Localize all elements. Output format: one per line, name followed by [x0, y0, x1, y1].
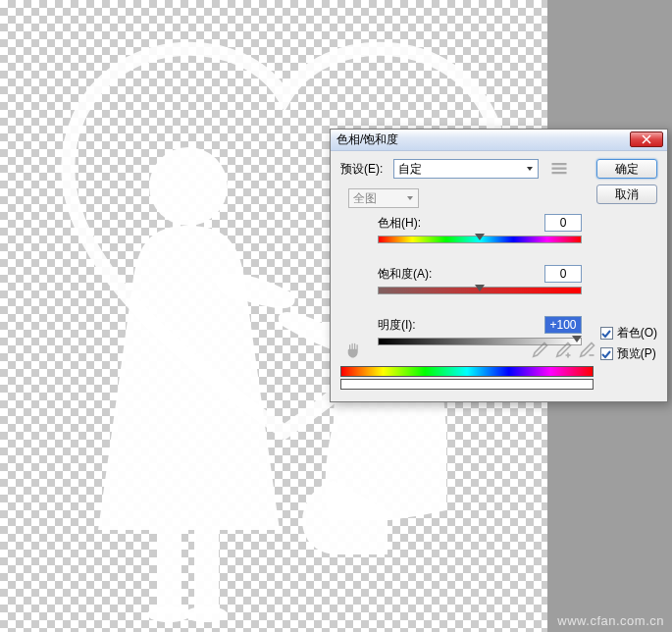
edit-range-dropdown[interactable]: 全图 — [348, 188, 419, 208]
dialog-body: 预设(E): 自定 确定 取消 全图 色相(H): 0 — [331, 151, 667, 401]
preset-label: 预设(E): — [340, 161, 389, 178]
dialog-title: 色相/饱和度 — [336, 132, 398, 148]
ok-button[interactable]: 确定 — [596, 159, 657, 179]
spectrum-result — [340, 379, 594, 390]
saturation-slider[interactable] — [378, 287, 582, 298]
saturation-slider-thumb[interactable] — [475, 285, 485, 291]
close-icon — [642, 134, 651, 144]
scrubby-hand-icon[interactable] — [344, 341, 364, 360]
hue-slider-row: 色相(H): 0 — [378, 214, 582, 247]
svg-rect-6 — [552, 168, 567, 170]
preset-dropdown[interactable]: 自定 — [393, 159, 539, 179]
spectrum-source — [340, 366, 594, 377]
edit-range-value: 全图 — [353, 190, 377, 207]
preview-label: 预览(P) — [617, 345, 656, 362]
colorize-checkbox[interactable] — [600, 327, 613, 340]
saturation-input[interactable]: 0 — [544, 265, 582, 283]
cancel-button[interactable]: 取消 — [596, 184, 657, 204]
preset-value: 自定 — [398, 161, 422, 178]
spectrum-strip — [340, 366, 594, 394]
hue-slider[interactable] — [378, 236, 582, 247]
lightness-label: 明度(I): — [378, 317, 416, 334]
hue-input[interactable]: 0 — [544, 214, 582, 232]
preview-checkbox[interactable] — [600, 347, 613, 360]
saturation-label: 饱和度(A): — [378, 266, 432, 283]
hue-saturation-dialog: 色相/饱和度 预设(E): 自定 确定 取消 全图 — [330, 129, 668, 402]
dialog-titlebar[interactable]: 色相/饱和度 — [331, 130, 667, 151]
eyedropper-icon[interactable] — [530, 341, 549, 360]
eyedropper-group — [530, 341, 596, 360]
chevron-down-icon — [406, 191, 414, 205]
checkbox-group: 着色(O) 预览(P) — [600, 321, 657, 362]
svg-rect-5 — [552, 163, 567, 165]
eyedropper-minus-icon[interactable] — [577, 341, 596, 360]
lightness-input[interactable]: +100 — [544, 316, 582, 334]
saturation-slider-row: 饱和度(A): 0 — [378, 265, 582, 298]
watermark: www.cfan.com.cn — [557, 613, 664, 628]
colorize-row: 着色(O) — [600, 325, 657, 342]
close-button[interactable] — [630, 132, 663, 147]
preset-menu-icon[interactable] — [550, 160, 568, 178]
hue-slider-thumb[interactable] — [475, 234, 485, 240]
preview-row: 预览(P) — [600, 345, 657, 362]
svg-rect-7 — [552, 172, 567, 174]
chevron-down-icon — [526, 165, 534, 173]
hue-label: 色相(H): — [378, 215, 421, 232]
colorize-label: 着色(O) — [617, 325, 657, 342]
eyedropper-plus-icon[interactable] — [553, 341, 573, 360]
